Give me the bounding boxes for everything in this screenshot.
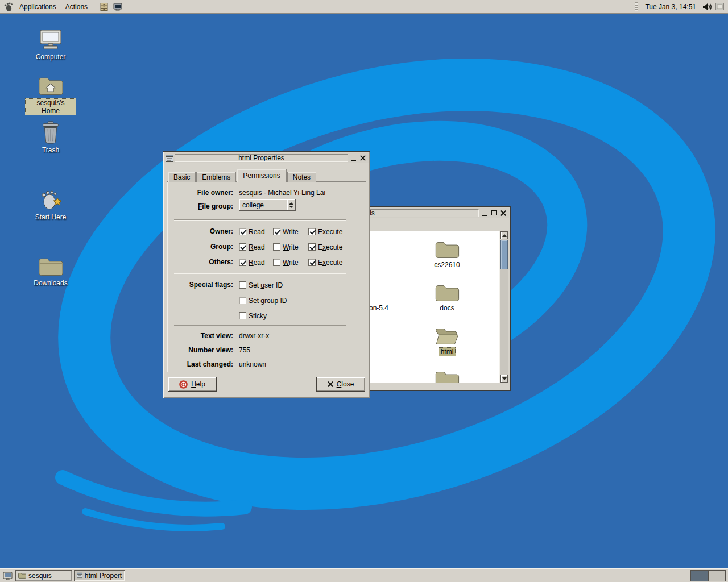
top-panel: Applications Actions Tue Jan 3, 14:51 [0,0,728,14]
special-flags-row-3: Sticky [167,311,366,322]
close-button[interactable] [359,154,367,162]
checkbox-label[interactable]: Read [249,243,265,251]
task-button-html-properties[interactable]: html Properties [74,570,125,581]
desktop-icon-label: Trash [25,146,76,154]
sticky-checkbox[interactable]: Sticky [239,311,267,320]
perm-row-owner: Owner: Read Write Execute [167,227,366,238]
desktop-icon-trash[interactable]: Trash [25,120,76,154]
menu-applications[interactable]: Applications [15,1,61,13]
checkbox-label[interactable]: Execute [318,228,342,236]
others-write-checkbox[interactable]: Write [273,258,299,267]
checkbox-label[interactable]: Write [283,228,299,236]
checkbox[interactable] [239,259,246,266]
checkbox[interactable] [273,243,280,251]
checkbox[interactable] [239,228,246,235]
checkbox-label[interactable]: Write [283,243,299,251]
scroll-thumb[interactable] [500,240,508,269]
arrow-up-icon [502,234,507,237]
dialog-title-strip: html Properties [175,154,348,162]
dialog-titlebar[interactable]: html Properties [164,153,369,163]
menu-actions[interactable]: Actions [61,1,92,13]
help-button[interactable]: Help [168,377,217,392]
trash-icon [39,120,62,144]
checkbox-label[interactable]: Sticky [249,312,267,320]
checkbox[interactable] [308,243,316,251]
tray-indicator-icon[interactable] [713,1,726,13]
maximize-button[interactable] [490,209,498,217]
checkbox[interactable] [308,228,316,235]
text-view-value: drwxr-xr-x [239,332,269,340]
others-execute-checkbox[interactable]: Execute [308,258,342,267]
workspace-1[interactable] [691,571,708,581]
scroll-down-button[interactable] [500,375,508,383]
desktop-icon-downloads[interactable]: Downloads [25,256,76,287]
set-user-id-checkbox[interactable]: Set user ID [239,281,283,289]
home-folder-icon [38,75,63,97]
folder-item-html[interactable]: html [424,327,470,356]
show-desktop-icon[interactable] [1,569,14,582]
checkbox-label[interactable]: Read [249,259,265,267]
applet-handle[interactable] [635,2,638,11]
minimize-button[interactable] [480,209,489,217]
owner-write-checkbox[interactable]: Write [273,227,299,236]
checkbox-label[interactable]: Set user ID [249,281,283,289]
minimize-icon [482,215,487,216]
gnome-menu-icon[interactable] [2,1,15,13]
checkbox-label[interactable]: Execute [318,259,342,267]
desktop-icon-computer[interactable]: Computer [25,28,76,61]
workspace-2[interactable] [708,571,725,581]
others-read-checkbox[interactable]: Read [239,258,265,267]
folder-item-partial[interactable] [424,370,470,383]
separator [174,325,346,326]
file-group-label: File group: [167,202,233,210]
minimize-icon [351,160,356,161]
help-button-label: Help [191,380,205,388]
checkbox-label[interactable]: Execute [318,243,342,251]
taskbar: sesquis html Properties [0,568,728,582]
checkbox[interactable] [239,243,246,251]
set-group-id-checkbox[interactable]: Set group ID [239,296,287,305]
folder-item-docs[interactable]: docs [424,284,470,312]
file-cabinet-launcher-icon[interactable] [98,1,110,13]
last-changed-label: Last changed: [167,360,233,368]
screen: Computer sesquis's Home Trash Start Her [0,0,728,582]
group-write-checkbox[interactable]: Write [273,243,299,251]
help-lifebuoy-icon [179,380,188,389]
checkbox[interactable] [273,228,280,235]
terminal-launcher-icon[interactable] [111,1,124,13]
close-button[interactable] [499,209,508,217]
last-changed-value: unknown [239,360,266,368]
checkbox[interactable] [273,259,280,266]
checkbox[interactable] [308,259,316,266]
close-button[interactable]: Close [316,377,365,392]
scroll-up-button[interactable] [500,231,508,239]
minimize-button[interactable] [349,154,358,162]
folder-item-cs22610[interactable]: cs22610 [424,240,470,269]
dialog-tabs: Basic Emblems Permissions Notes [168,168,317,182]
owner-execute-checkbox[interactable]: Execute [308,227,342,236]
checkbox-label[interactable]: Set group ID [249,297,287,305]
volume-icon[interactable] [701,1,713,13]
tab-permissions[interactable]: Permissions [237,169,286,182]
folder-icon [18,572,26,579]
clock[interactable]: Tue Jan 3, 14:51 [640,3,701,11]
desktop-icon-start-here[interactable]: Start Here [25,188,76,221]
file-group-select[interactable]: college [239,199,296,211]
checkbox[interactable] [239,281,246,289]
desktop-icon-home[interactable]: sesquis's Home [25,75,76,115]
checkbox-label[interactable]: Read [249,228,265,236]
scrollbar[interactable] [500,231,508,383]
checkbox[interactable] [239,297,246,304]
group-read-checkbox[interactable]: Read [239,243,265,251]
desktop-icon-label: Start Here [25,213,76,221]
checkbox[interactable] [239,312,246,319]
checkbox-label[interactable]: Write [283,259,299,267]
folder-label-partial[interactable]: on-5.4 [369,304,388,312]
group-execute-checkbox[interactable]: Execute [308,243,342,251]
owner-read-checkbox[interactable]: Read [239,227,265,236]
tab-basic[interactable]: Basic [168,172,196,182]
tab-notes[interactable]: Notes [287,172,316,182]
task-button-sesquis[interactable]: sesquis [15,570,72,581]
desktop-icon-label: sesquis's Home [25,98,76,115]
tab-emblems[interactable]: Emblems [196,172,236,182]
